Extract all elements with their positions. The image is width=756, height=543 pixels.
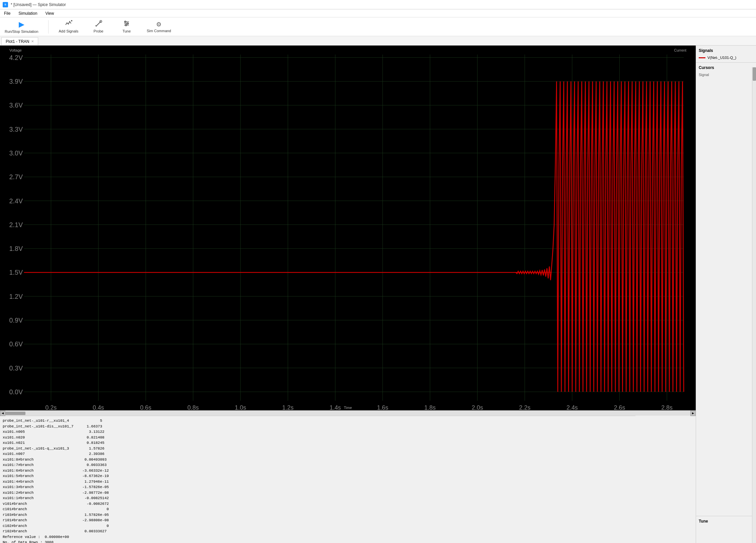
tune-button[interactable]: Tune [117, 19, 137, 34]
menu-file[interactable]: File [3, 10, 12, 16]
app-icon: S [3, 2, 8, 7]
right-panel-scrollbar[interactable] [752, 67, 756, 543]
menu-simulation[interactable]: Simulation [17, 10, 39, 16]
tune-label: Tune [123, 29, 131, 33]
menu-view[interactable]: View [44, 10, 55, 16]
title-bar: S * [Unsaved] — Spice Simulator [0, 0, 756, 9]
probe-icon [95, 20, 102, 28]
run-stop-icon: ▶ [19, 20, 24, 29]
svg-text:3.6V: 3.6V [9, 101, 23, 109]
cursors-signal-header: Signal [699, 73, 709, 77]
signals-title: Signals [699, 48, 753, 53]
sim-command-label: Sim Command [147, 29, 171, 33]
add-signals-icon [65, 20, 72, 28]
plot-data-area: Voltage Current Time [0, 46, 696, 543]
main-content: Voltage Current Time [0, 46, 756, 543]
sim-command-icon: ⚙ [156, 21, 161, 28]
plot-area[interactable]: Voltage Current Time [0, 46, 696, 416]
svg-text:2.1V: 2.1V [9, 221, 23, 228]
plot-tab[interactable]: Plot1 - TRAN ✕ [1, 37, 38, 45]
run-stop-button[interactable]: ▶ Run/Stop Simulation [3, 19, 40, 34]
scroll-left-button[interactable]: ◀ [0, 411, 5, 416]
scroll-right-button[interactable]: ▶ [690, 411, 696, 416]
svg-text:3.3V: 3.3V [9, 126, 23, 133]
signal-color-swatch [699, 57, 705, 58]
svg-text:2.7V: 2.7V [9, 173, 23, 181]
svg-text:3.0V: 3.0V [9, 149, 23, 157]
svg-text:2.4V: 2.4V [9, 197, 23, 205]
menu-bar: File Simulation View [0, 9, 756, 17]
run-stop-label: Run/Stop Simulation [5, 29, 38, 33]
svg-text:0.6V: 0.6V [9, 340, 23, 348]
svg-text:0.0V: 0.0V [9, 388, 23, 396]
horizontal-scrollbar[interactable]: ◀ ▶ [0, 410, 696, 416]
svg-text:1.8V: 1.8V [9, 245, 23, 252]
cursors-section: Cursors Signal [696, 63, 756, 516]
svg-text:0.3V: 0.3V [9, 364, 23, 372]
tune-title: Tune [699, 519, 753, 524]
add-signals-label: Add Signals [59, 29, 78, 33]
window-title: * [Unsaved] — Spice Simulator [11, 2, 66, 7]
probe-label: Probe [93, 29, 103, 33]
tab-label: Plot1 - TRAN [6, 39, 29, 44]
plot-svg: 4.2V 3.9V 3.6V 3.3V 3.0V 2.7V 2.4V 2.1V … [0, 46, 696, 416]
signal-label: V(Net-_U101-Q_) [707, 56, 736, 60]
svg-text:3.9V: 3.9V [9, 78, 23, 85]
scroll-track [5, 411, 690, 416]
right-scrollbar-thumb[interactable] [753, 67, 756, 81]
svg-text:4.2V: 4.2V [9, 54, 23, 61]
plot-data-wrapper: Voltage Current Time [0, 46, 696, 543]
toolbar-divider-1 [48, 20, 49, 33]
signals-section: Signals V(Net-_U101-Q_) [696, 46, 756, 63]
tab-close-button[interactable]: ✕ [31, 40, 34, 43]
cursors-header: Signal [699, 73, 753, 77]
data-output-text: probe_int_net-_u101-r__xu101_4 5 probe_i… [0, 416, 635, 543]
tune-section: Tune [696, 516, 756, 543]
probe-button[interactable]: Probe [88, 19, 109, 34]
add-signals-button[interactable]: Add Signals [57, 19, 80, 34]
sim-command-button[interactable]: ⚙ Sim Command [145, 20, 173, 33]
cursors-title: Cursors [699, 65, 753, 70]
scroll-thumb[interactable] [5, 412, 25, 415]
svg-text:1.5V: 1.5V [9, 269, 23, 276]
tune-icon [123, 20, 130, 28]
right-panel: Signals V(Net-_U101-Q_) Cursors Signal T… [696, 46, 756, 543]
toolbar: ▶ Run/Stop Simulation Add Signals Probe … [0, 17, 756, 36]
signal-item: V(Net-_U101-Q_) [699, 56, 753, 60]
svg-text:0.9V: 0.9V [9, 317, 23, 324]
tab-bar: Plot1 - TRAN ✕ [0, 36, 756, 46]
data-output-panel[interactable]: probe_int_net-_u101-r__xu101_4 5 probe_i… [0, 416, 635, 543]
svg-text:1.2V: 1.2V [9, 293, 23, 300]
